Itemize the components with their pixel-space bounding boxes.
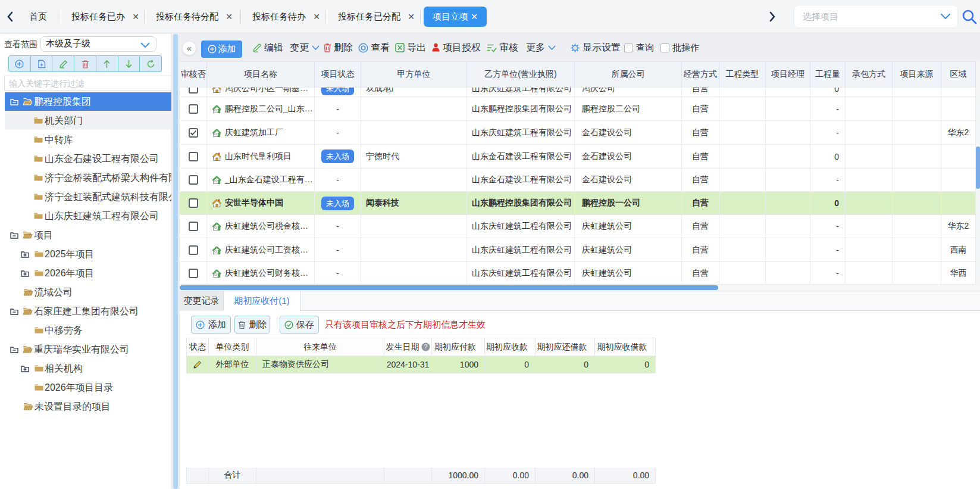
svg-text:?: ? bbox=[424, 344, 427, 350]
